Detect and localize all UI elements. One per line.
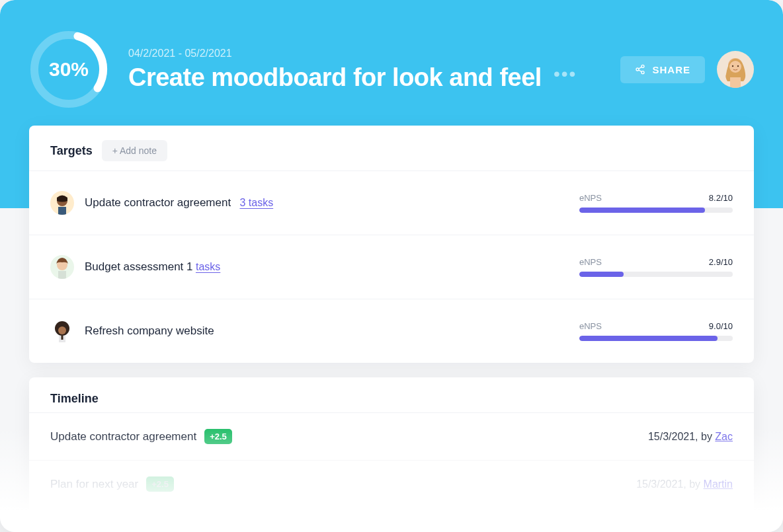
svg-point-12 — [737, 65, 739, 67]
user-link[interactable]: Zac — [715, 431, 733, 442]
add-note-button[interactable]: + Add note — [102, 140, 167, 161]
svg-point-1 — [29, 30, 108, 109]
enps-score: 2.9/10 — [709, 257, 733, 267]
timeline-card: Timeline Update contractor agreement +2.… — [29, 377, 754, 532]
svg-line-6 — [639, 70, 642, 72]
target-row[interactable]: Update contractor agreement 3 tasks eNPS… — [29, 171, 754, 235]
svg-point-9 — [729, 61, 741, 73]
svg-point-21 — [58, 326, 66, 334]
svg-rect-18 — [58, 271, 66, 279]
timeline-row[interactable]: Update contractor agreement +2.5 15/3/20… — [29, 412, 754, 460]
svg-point-11 — [732, 65, 733, 67]
header-row: 30% 04/2/2021 - 05/2/2021 Create moodboa… — [0, 0, 783, 119]
timeline-item-title: Update contractor agreement — [50, 430, 196, 443]
more-icon[interactable]: ••• — [554, 74, 577, 81]
svg-rect-23 — [62, 336, 63, 340]
assignee-avatar — [50, 191, 74, 215]
user-avatar[interactable] — [717, 51, 754, 88]
target-row[interactable]: Refresh company website eNPS 9.0/10 — [29, 299, 754, 363]
enps-block: eNPS 2.9/10 — [579, 257, 733, 277]
share-icon — [635, 64, 645, 75]
delta-badge: +2.5 — [204, 429, 232, 444]
enps-label: eNPS — [579, 193, 602, 203]
enps-label: eNPS — [579, 257, 602, 267]
svg-line-5 — [639, 67, 642, 69]
target-title: Refresh company website — [85, 324, 214, 337]
timeline-item-title: Plan for next year — [50, 478, 138, 491]
svg-rect-10 — [730, 77, 741, 88]
date-range: 04/2/2021 - 05/2/2021 — [128, 48, 620, 59]
title-block: 04/2/2021 - 05/2/2021 Create moodboard f… — [128, 48, 620, 92]
targets-card: Targets + Add note Update contractor agr… — [29, 126, 754, 363]
enps-score: 9.0/10 — [709, 321, 733, 331]
assignee-avatar — [50, 255, 74, 279]
tasks-link[interactable]: 3 tasks — [239, 197, 273, 208]
progress-ring: 30% — [29, 30, 108, 109]
svg-rect-15 — [58, 207, 66, 215]
svg-point-4 — [641, 71, 644, 74]
targets-title: Targets — [50, 144, 93, 158]
page-title: Create moodboard for look and feel — [128, 63, 542, 92]
timeline-title: Timeline — [50, 392, 99, 406]
enps-bar — [579, 208, 733, 213]
share-label: SHARE — [652, 64, 690, 75]
timeline-meta: 15/3/2021, by Martin — [636, 478, 733, 490]
timeline-meta: 15/3/2021, by Zac — [648, 431, 733, 443]
share-button[interactable]: SHARE — [620, 56, 705, 83]
enps-label: eNPS — [579, 321, 602, 331]
enps-score: 8.2/10 — [709, 193, 733, 203]
target-title: Update contractor agreement — [85, 196, 231, 209]
svg-point-2 — [641, 65, 644, 67]
timeline-row[interactable]: Plan for next year +2.5 15/3/2021, by Ma… — [29, 460, 754, 508]
tasks-link[interactable]: tasks — [196, 261, 220, 272]
target-row[interactable]: Budget assessment 1 tasks eNPS 2.9/10 — [29, 235, 754, 299]
assignee-avatar — [50, 319, 74, 343]
enps-block: eNPS 8.2/10 — [579, 193, 733, 213]
enps-block: eNPS 9.0/10 — [579, 321, 733, 341]
enps-bar — [579, 272, 733, 277]
delta-badge: +2.5 — [146, 476, 174, 492]
svg-point-3 — [636, 68, 639, 71]
user-link[interactable]: Martin — [704, 478, 733, 490]
target-title: Budget assessment 1 — [85, 260, 192, 273]
enps-bar — [579, 336, 733, 341]
